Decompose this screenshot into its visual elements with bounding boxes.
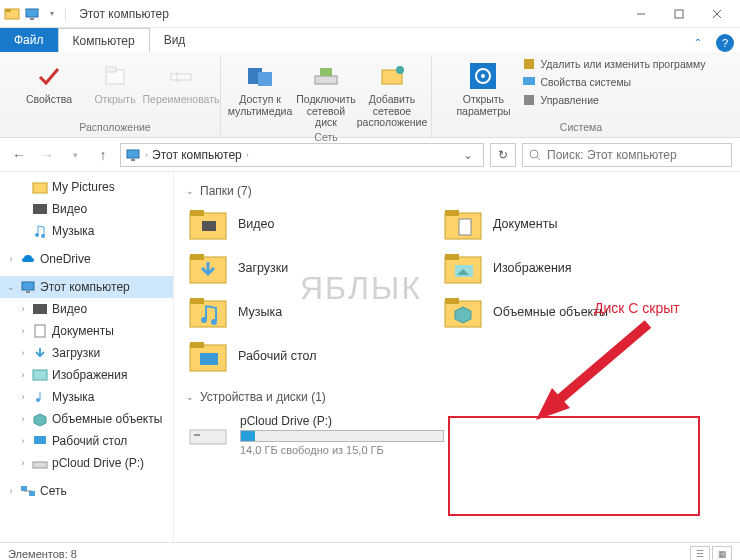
svg-rect-47 — [202, 221, 216, 231]
svg-rect-14 — [315, 76, 337, 84]
view-icons-button[interactable]: ▦ — [712, 546, 732, 561]
drive-icon — [32, 455, 48, 471]
network-icon — [20, 483, 36, 499]
svg-rect-67 — [190, 430, 226, 444]
system-properties-button[interactable]: Свойства системы — [520, 74, 707, 90]
sidebar-item-ndownloads[interactable]: ›Загрузки — [0, 342, 173, 364]
open-settings-button[interactable]: Открыть параметры — [454, 56, 512, 117]
view-details-button[interactable]: ☰ — [690, 546, 710, 561]
search-input[interactable] — [547, 148, 725, 162]
svg-rect-58 — [190, 298, 204, 304]
sidebar-item-pcloud[interactable]: ›pCloud Drive (P:) — [0, 452, 173, 474]
svg-rect-21 — [524, 59, 534, 69]
ribbon: Свойства Открыть Переименовать Расположе… — [0, 52, 740, 138]
folder-document-icon — [443, 206, 483, 242]
drive-label: pCloud Drive (P:) — [240, 414, 444, 428]
sidebar-item-network[interactable]: ›Сеть — [0, 480, 173, 502]
tab-computer[interactable]: Компьютер — [58, 28, 150, 52]
minimize-button[interactable] — [622, 0, 660, 28]
sidebar-item-pictures[interactable]: My Pictures — [0, 176, 173, 198]
monitor-icon — [20, 279, 36, 295]
annotation-box — [448, 416, 700, 516]
quick-access-toolbar: ▾ | — [4, 6, 75, 22]
sidebar-item-nvideos[interactable]: ›Видео — [0, 298, 173, 320]
collapse-ribbon-icon[interactable]: ˆ — [686, 37, 710, 52]
monitor-icon — [24, 6, 40, 22]
nav-forward-button[interactable]: → — [36, 144, 58, 166]
group-header-folders[interactable]: ⌄Папки (7) — [186, 184, 728, 198]
document-icon — [32, 323, 48, 339]
sidebar-item-music[interactable]: Музыка — [0, 220, 173, 242]
sidebar-item-videos[interactable]: Видео — [0, 198, 173, 220]
tab-file[interactable]: Файл — [0, 28, 58, 52]
address-bar[interactable]: › Этот компьютер › ⌄ — [120, 143, 484, 167]
svg-rect-41 — [33, 462, 47, 468]
sidebar-item-this-pc[interactable]: ⌄Этот компьютер — [0, 276, 173, 298]
dropdown-icon[interactable]: ▾ — [44, 6, 60, 22]
svg-rect-46 — [190, 210, 204, 216]
music-icon — [32, 223, 48, 239]
svg-rect-2 — [26, 9, 38, 17]
group-header-drives[interactable]: ⌄Устройства и диски (1) — [186, 390, 728, 404]
help-icon[interactable]: ? — [716, 34, 734, 52]
desktop-icon — [32, 433, 48, 449]
maximize-button[interactable] — [660, 0, 698, 28]
gear-icon — [467, 60, 499, 92]
folder-image-icon — [443, 250, 483, 286]
open-icon — [99, 60, 131, 92]
folder-documents[interactable]: Документы — [441, 204, 666, 244]
nav-up-button[interactable]: ↑ — [92, 144, 114, 166]
close-button[interactable] — [698, 0, 736, 28]
search-box[interactable] — [522, 143, 732, 167]
music-icon — [32, 389, 48, 405]
monitor-small-icon — [522, 75, 536, 89]
nav-recent-button[interactable]: ▾ — [64, 144, 86, 166]
svg-rect-65 — [190, 342, 204, 348]
sidebar-item-n3d[interactable]: ›Объемные объекты — [0, 408, 173, 430]
svg-rect-28 — [33, 183, 47, 193]
sidebar-item-nimages[interactable]: ›Изображения — [0, 364, 173, 386]
uninstall-icon — [522, 57, 536, 71]
content-pane[interactable]: ⌄Папки (7) Видео Документы Загрузки Изоб… — [174, 172, 740, 542]
svg-rect-36 — [33, 370, 47, 380]
sidebar-item-ndocs[interactable]: ›Документы — [0, 320, 173, 342]
manage-button[interactable]: Управление — [520, 92, 707, 108]
sidebar-item-nmusic[interactable]: ›Музыка — [0, 386, 173, 408]
uninstall-button[interactable]: Удалить или изменить программу — [520, 56, 707, 72]
svg-rect-54 — [445, 254, 459, 260]
media-access-button[interactable]: Доступ к мультимедиа — [231, 56, 289, 117]
svg-point-20 — [481, 74, 485, 78]
svg-rect-33 — [26, 291, 30, 293]
navigation-pane[interactable]: My Pictures Видео Музыка ›OneDrive ⌄Этот… — [0, 172, 174, 542]
rename-button[interactable]: Переименовать — [152, 56, 210, 106]
drive-usage-bar — [240, 430, 444, 442]
address-dropdown-icon[interactable]: ⌄ — [457, 148, 479, 162]
drive-pcloud[interactable]: pCloud Drive (P:) 14,0 ГБ свободно из 15… — [186, 410, 446, 460]
tab-view[interactable]: Вид — [150, 28, 200, 52]
svg-rect-3 — [30, 18, 34, 20]
svg-rect-62 — [445, 298, 459, 304]
refresh-button[interactable]: ↻ — [490, 143, 516, 167]
folder-videos[interactable]: Видео — [186, 204, 411, 244]
svg-point-30 — [35, 233, 39, 237]
ribbon-group-system: Открыть параметры Удалить или изменить п… — [432, 56, 730, 137]
sidebar-item-ndesktop[interactable]: ›Рабочий стол — [0, 430, 173, 452]
properties-button[interactable]: Свойства — [20, 56, 78, 106]
svg-marker-39 — [34, 414, 46, 426]
ribbon-tabs: Файл Компьютер Вид ˆ ? — [0, 28, 740, 52]
breadcrumb[interactable]: Этот компьютер — [152, 148, 242, 162]
manage-icon — [522, 93, 536, 107]
sidebar-item-onedrive[interactable]: ›OneDrive — [0, 248, 173, 270]
svg-rect-34 — [33, 304, 47, 314]
folder-images[interactable]: Изображения — [441, 248, 666, 288]
map-drive-button[interactable]: Подключить сетевой диск — [297, 56, 355, 129]
folder-music[interactable]: Музыка — [186, 292, 411, 332]
folder-desktop[interactable]: Рабочий стол — [186, 336, 411, 376]
folder-3d-icon — [443, 294, 483, 330]
add-network-button[interactable]: Добавить сетевое расположение — [363, 56, 421, 129]
folder-downloads[interactable]: Загрузки — [186, 248, 411, 288]
svg-point-59 — [201, 317, 207, 323]
video-icon — [32, 301, 48, 317]
nav-back-button[interactable]: ← — [8, 144, 30, 166]
open-button[interactable]: Открыть — [86, 56, 144, 106]
